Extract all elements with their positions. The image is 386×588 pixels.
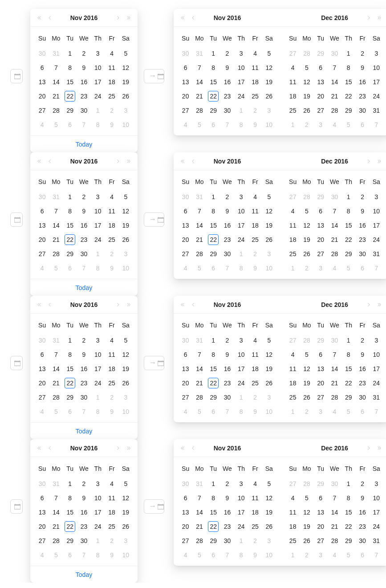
date-cell[interactable]: 4 xyxy=(250,478,260,489)
date-cell[interactable]: 12 xyxy=(264,206,274,216)
date-cell[interactable]: 27 xyxy=(315,249,326,259)
date-cell[interactable]: 1 xyxy=(236,105,247,116)
date-cell[interactable]: 26 xyxy=(120,378,131,388)
date-cell[interactable]: 4 xyxy=(329,550,340,560)
date-cell[interactable]: 1 xyxy=(208,478,219,489)
prev-month-button[interactable] xyxy=(188,9,199,27)
date-cell[interactable]: 15 xyxy=(343,77,354,87)
next-month-button[interactable] xyxy=(113,296,123,314)
date-cell[interactable]: 13 xyxy=(37,363,48,374)
date-cell[interactable]: 10 xyxy=(371,349,382,360)
date-cell[interactable]: 6 xyxy=(37,206,48,216)
date-cell[interactable]: 2 xyxy=(78,48,89,59)
date-cell[interactable]: 1 xyxy=(65,478,75,489)
date-cell[interactable]: 27 xyxy=(315,392,326,403)
date-cell[interactable]: 2 xyxy=(301,263,312,274)
date-cell[interactable]: 7 xyxy=(371,550,382,560)
date-cell[interactable]: 19 xyxy=(120,220,131,231)
date-cell[interactable]: 15 xyxy=(208,363,219,374)
date-cell[interactable]: 21 xyxy=(329,521,340,532)
date-cell[interactable]: 23 xyxy=(78,521,89,532)
date-cell[interactable]: 2 xyxy=(301,550,312,560)
date-cell[interactable]: 4 xyxy=(329,119,340,130)
date-cell[interactable]: 17 xyxy=(93,363,103,374)
date-cell[interactable]: 15 xyxy=(208,220,219,231)
date-cell[interactable]: 4 xyxy=(106,192,117,202)
date-cell[interactable]: 22 xyxy=(65,521,75,532)
date-cell[interactable]: 4 xyxy=(37,263,48,274)
date-cell[interactable]: 30 xyxy=(37,478,48,489)
date-cell[interactable]: 11 xyxy=(288,77,298,87)
date-cell[interactable]: 1 xyxy=(236,392,247,403)
date-cell[interactable]: 12 xyxy=(301,507,312,518)
date-cell[interactable]: 4 xyxy=(106,48,117,59)
date-cell[interactable]: 16 xyxy=(222,220,232,231)
date-cell[interactable]: 24 xyxy=(93,234,103,245)
date-cell[interactable]: 15 xyxy=(65,77,75,87)
date-cell[interactable]: 7 xyxy=(78,263,89,274)
date-cell[interactable]: 30 xyxy=(357,105,368,116)
date-cell[interactable]: 18 xyxy=(288,234,298,245)
date-cell[interactable]: 27 xyxy=(37,535,48,546)
date-cell[interactable]: 25 xyxy=(288,105,298,116)
date-cell[interactable]: 9 xyxy=(222,62,232,73)
date-cell[interactable]: 25 xyxy=(106,234,117,245)
date-cell[interactable]: 3 xyxy=(236,192,247,202)
date-cell[interactable]: 19 xyxy=(120,507,131,518)
date-cell[interactable]: 3 xyxy=(120,392,131,403)
date-cell[interactable]: 10 xyxy=(120,550,131,560)
date-cell[interactable]: 23 xyxy=(78,378,89,388)
prev-month-button[interactable] xyxy=(45,9,55,27)
date-cell[interactable]: 19 xyxy=(264,220,274,231)
date-cell[interactable]: 22 xyxy=(343,521,354,532)
date-cell[interactable]: 27 xyxy=(288,192,298,202)
date-cell[interactable]: 20 xyxy=(37,234,48,245)
date-cell[interactable]: 12 xyxy=(264,349,274,360)
date-cell[interactable]: 10 xyxy=(371,493,382,503)
date-cell[interactable]: 1 xyxy=(208,335,219,346)
date-cell[interactable]: 27 xyxy=(180,392,191,403)
date-cell[interactable]: 16 xyxy=(357,77,368,87)
date-cell[interactable]: 10 xyxy=(371,206,382,216)
date-cell[interactable]: 22 xyxy=(65,378,75,388)
date-cell[interactable]: 5 xyxy=(301,206,312,216)
panel-title[interactable]: Nov 2016 xyxy=(55,14,113,21)
date-cell[interactable]: 14 xyxy=(329,507,340,518)
date-cell[interactable]: 5 xyxy=(343,406,354,417)
date-cell[interactable]: 19 xyxy=(264,77,274,87)
date-cell[interactable]: 9 xyxy=(222,349,232,360)
prev-year-button[interactable] xyxy=(177,439,188,457)
date-cell[interactable]: 25 xyxy=(106,378,117,388)
date-cell[interactable]: 8 xyxy=(343,62,354,73)
date-cell[interactable]: 11 xyxy=(250,206,260,216)
date-cell[interactable]: 3 xyxy=(120,249,131,259)
date-cell[interactable]: 6 xyxy=(315,493,326,503)
date-cell[interactable]: 2 xyxy=(301,406,312,417)
panel-title[interactable]: Nov 2016 xyxy=(55,445,113,452)
date-cell[interactable]: 5 xyxy=(194,550,205,560)
date-cell[interactable]: 3 xyxy=(264,105,274,116)
date-cell[interactable]: 28 xyxy=(329,105,340,116)
date-cell[interactable]: 6 xyxy=(37,349,48,360)
date-cell[interactable]: 15 xyxy=(343,507,354,518)
date-cell[interactable]: 23 xyxy=(222,378,232,388)
date-cell[interactable]: 3 xyxy=(236,48,247,59)
date-cell[interactable]: 3 xyxy=(93,192,103,202)
date-cell[interactable]: 3 xyxy=(264,249,274,259)
date-cell[interactable]: 2 xyxy=(78,192,89,202)
date-cell[interactable]: 18 xyxy=(288,378,298,388)
prev-year-button[interactable] xyxy=(34,152,45,170)
date-cell[interactable]: 30 xyxy=(222,392,232,403)
date-picker-trigger[interactable] xyxy=(10,356,23,370)
date-cell[interactable]: 30 xyxy=(329,478,340,489)
date-cell[interactable]: 10 xyxy=(264,550,274,560)
date-cell[interactable]: 7 xyxy=(329,493,340,503)
date-cell[interactable]: 7 xyxy=(51,493,61,503)
date-cell[interactable]: 27 xyxy=(315,105,326,116)
date-cell[interactable]: 5 xyxy=(264,192,274,202)
date-cell[interactable]: 12 xyxy=(264,493,274,503)
date-cell[interactable]: 29 xyxy=(343,249,354,259)
date-cell[interactable]: 4 xyxy=(106,478,117,489)
date-cell[interactable]: 5 xyxy=(120,192,131,202)
date-cell[interactable]: 2 xyxy=(222,48,232,59)
